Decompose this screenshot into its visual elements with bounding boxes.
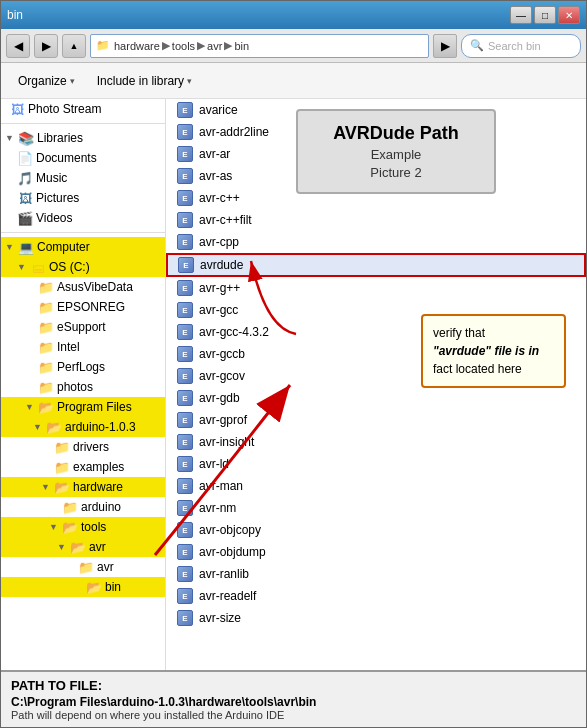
maximize-button[interactable]: □ xyxy=(534,6,556,24)
folder-icon-3: 📁 xyxy=(38,319,54,335)
sidebar-item-hardware[interactable]: ▼ 📂 hardware xyxy=(1,477,165,497)
hardware-label: hardware xyxy=(73,480,123,494)
sidebar-item-bin[interactable]: ▶ 📂 bin xyxy=(1,577,165,597)
sidebar: 🖼 Photo Stream ▼ 📚 Libraries 📄 Documents… xyxy=(1,99,166,670)
sidebar-item-examples[interactable]: ▶ 📁 examples xyxy=(1,457,165,477)
file-item-avr-objcopy[interactable]: E avr-objcopy xyxy=(166,519,586,541)
organize-button[interactable]: Organize ▾ xyxy=(9,68,84,94)
search-box[interactable]: 🔍 Search bin xyxy=(461,34,581,58)
file-icon-avr-readelf: E xyxy=(175,588,195,604)
include-in-library-button[interactable]: Include in library ▾ xyxy=(88,68,201,94)
file-name-avr-man: avr-man xyxy=(199,479,243,493)
sidebar-item-perflogs[interactable]: ▶ 📁 PerfLogs xyxy=(1,357,165,377)
address-field[interactable]: 📁 hardware ▶ tools ▶ avr ▶ bin xyxy=(90,34,429,58)
file-item-avr-ranlib[interactable]: E avr-ranlib xyxy=(166,563,586,585)
sidebar-item-music[interactable]: 🎵 Music xyxy=(1,168,165,188)
close-button[interactable]: ✕ xyxy=(558,6,580,24)
sidebar-item-program-files[interactable]: ▼ 📂 Program Files xyxy=(1,397,165,417)
epsonreg-label: EPSONREG xyxy=(57,300,125,314)
videos-label: Videos xyxy=(36,211,72,225)
file-item-avr-cpp[interactable]: E avr-cpp xyxy=(166,231,586,253)
address-bar: ◀ ▶ ▲ 📁 hardware ▶ tools ▶ avr ▶ bin ▶ 🔍… xyxy=(1,29,586,63)
sidebar-item-epsonreg[interactable]: ▶ 📁 EPSONREG xyxy=(1,297,165,317)
file-item-avrdude[interactable]: E avrdude xyxy=(166,253,586,277)
file-name-avrdude: avrdude xyxy=(200,258,243,272)
sidebar-item-computer[interactable]: ▼ 💻 Computer xyxy=(1,237,165,257)
file-item-avr-man[interactable]: E avr-man xyxy=(166,475,586,497)
sidebar-item-os-drive[interactable]: ▼ 🖴 OS (C:) xyxy=(1,257,165,277)
back-button[interactable]: ◀ xyxy=(6,34,30,58)
sidebar-item-intel[interactable]: ▶ 📁 Intel xyxy=(1,337,165,357)
file-item-avr-nm[interactable]: E avr-nm xyxy=(166,497,586,519)
photos-label: photos xyxy=(57,380,93,394)
file-item-avr-gdb[interactable]: E avr-gdb xyxy=(166,387,586,409)
file-name-avr-gprof: avr-gprof xyxy=(199,413,247,427)
main-content: 🖼 Photo Stream ▼ 📚 Libraries 📄 Documents… xyxy=(1,99,586,670)
sidebar-item-libraries[interactable]: ▼ 📚 Libraries xyxy=(1,128,165,148)
file-item-avr-readelf[interactable]: E avr-readelf xyxy=(166,585,586,607)
perflogs-label: PerfLogs xyxy=(57,360,105,374)
file-item-avr-cpp2filt[interactable]: E avr-c++filt xyxy=(166,209,586,231)
intel-label: Intel xyxy=(57,340,80,354)
file-item-avr-objdump[interactable]: E avr-objdump xyxy=(166,541,586,563)
music-label: Music xyxy=(36,171,67,185)
sidebar-item-asusvibedata[interactable]: ▶ 📁 AsusVibeData xyxy=(1,277,165,297)
file-item-avr-ld[interactable]: E avr-ld xyxy=(166,453,586,475)
file-item-avr-gpp[interactable]: E avr-g++ xyxy=(166,277,586,299)
drive-icon: 🖴 xyxy=(30,259,46,275)
file-icon-avr-gccb: E xyxy=(175,346,195,362)
folder-icon: 📁 xyxy=(96,39,110,52)
sidebar-item-videos[interactable]: 🎬 Videos xyxy=(1,208,165,228)
pictures-icon: 🖼 xyxy=(17,190,33,206)
title-card-heading: AVRDude Path xyxy=(322,123,470,144)
file-name-avr-ld: avr-ld xyxy=(199,457,229,471)
file-name-avr-gpp: avr-g++ xyxy=(199,281,240,295)
file-icon-avr-gdb: E xyxy=(175,390,195,406)
tooltip-line1: verify that xyxy=(433,326,485,340)
title-bar-text: bin xyxy=(7,8,23,22)
sidebar-item-arduino-sub[interactable]: ▶ 📁 arduino xyxy=(1,497,165,517)
file-item-avr-gprof[interactable]: E avr-gprof xyxy=(166,409,586,431)
folder-icon-1: 📁 xyxy=(38,279,54,295)
program-files-label: Program Files xyxy=(57,400,132,414)
file-icon-avr-gcov: E xyxy=(175,368,195,384)
folder-icon-6: 📁 xyxy=(38,379,54,395)
folder-icon-2: 📁 xyxy=(38,299,54,315)
forward-button[interactable]: ▶ xyxy=(34,34,58,58)
file-item-avr-insight[interactable]: E avr-insight xyxy=(166,431,586,453)
folder-drivers-icon: 📁 xyxy=(54,439,70,455)
file-icon-avr-cpp-2: E xyxy=(175,190,195,206)
sidebar-item-documents[interactable]: 📄 Documents xyxy=(1,148,165,168)
libraries-label: Libraries xyxy=(37,131,83,145)
title-bar: bin — □ ✕ xyxy=(1,1,586,29)
minimize-button[interactable]: — xyxy=(510,6,532,24)
folder-arduino-icon: 📂 xyxy=(46,419,62,435)
sidebar-item-photos[interactable]: ▶ 📁 photos xyxy=(1,377,165,397)
sidebar-separator xyxy=(1,123,165,124)
up-button[interactable]: ▲ xyxy=(62,34,86,58)
file-icon-avr-gcc: E xyxy=(175,302,195,318)
sidebar-item-drivers[interactable]: ▶ 📁 drivers xyxy=(1,437,165,457)
sidebar-item-esupport[interactable]: ▶ 📁 eSupport xyxy=(1,317,165,337)
tooltip-line2: "avrdude" file is in xyxy=(433,344,539,358)
sidebar-item-avr[interactable]: ▼ 📂 avr xyxy=(1,537,165,557)
file-item-avr-size[interactable]: E avr-size xyxy=(166,607,586,629)
file-icon-avr-objcopy: E xyxy=(175,522,195,538)
file-icon-avr-ld: E xyxy=(175,456,195,472)
go-button[interactable]: ▶ xyxy=(433,34,457,58)
file-icon-avr-nm: E xyxy=(175,500,195,516)
file-name-avr-ar: avr-ar xyxy=(199,147,230,161)
folder-tools-icon: 📂 xyxy=(62,519,78,535)
file-name-avarice: avarice xyxy=(199,103,238,117)
sidebar-item-arduino-103[interactable]: ▼ 📂 arduino-1.0.3 xyxy=(1,417,165,437)
sidebar-item-avr-sub[interactable]: ▶ 📁 avr xyxy=(1,557,165,577)
pictures-label: Pictures xyxy=(36,191,79,205)
file-icon-avr-gcc-432: E xyxy=(175,324,195,340)
sidebar-item-pictures[interactable]: 🖼 Pictures xyxy=(1,188,165,208)
file-name-avr-ranlib: avr-ranlib xyxy=(199,567,249,581)
sidebar-item-tools[interactable]: ▼ 📂 tools xyxy=(1,517,165,537)
breadcrumb-avr: avr xyxy=(207,40,222,52)
folder-avr-icon: 📂 xyxy=(70,539,86,555)
sidebar-item-photo-stream[interactable]: 🖼 Photo Stream xyxy=(1,99,165,119)
computer-label: Computer xyxy=(37,240,90,254)
